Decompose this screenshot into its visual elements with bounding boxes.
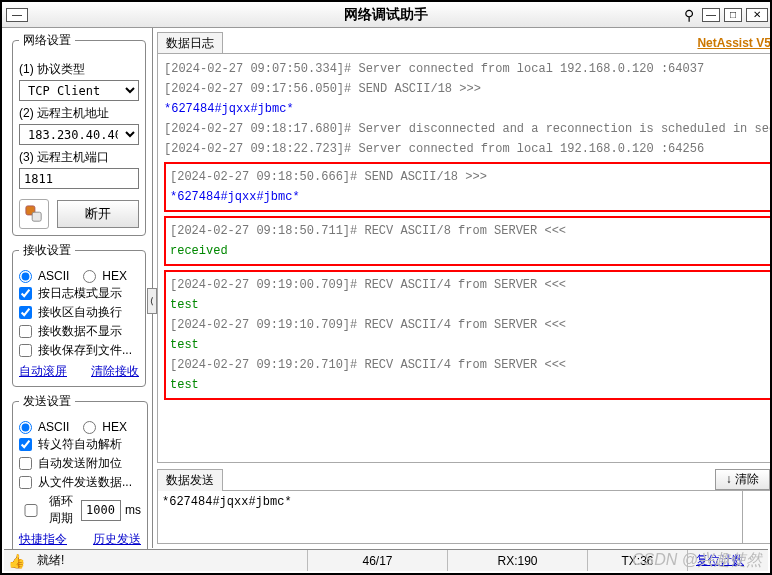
send-hex-radio[interactable] (83, 421, 96, 434)
reset-count-link[interactable]: 复位计数 (696, 552, 744, 569)
clear-recv-link[interactable]: 清除接收 (91, 363, 139, 380)
log-line: [2024-02-27 09:18:50.666]# SEND ASCII/18… (170, 168, 772, 186)
brand-link[interactable]: NetAssist V5.0.10 (697, 36, 772, 50)
recv-save-file-check[interactable] (19, 344, 32, 357)
load-clear-button[interactable]: ↓ 清除 (715, 469, 770, 490)
disconnect-button[interactable]: 断开 (57, 200, 139, 228)
escape-parse-check[interactable] (19, 438, 32, 451)
log-line: [2024-02-27 09:18:50.711]# RECV ASCII/8 … (170, 222, 772, 240)
close-button[interactable]: ✕ (746, 8, 768, 22)
send-button[interactable]: 发送 (743, 491, 772, 543)
log-line: received (170, 242, 772, 260)
network-settings-group: 网络设置 (1) 协议类型 TCP Client (2) 远程主机地址 183.… (12, 32, 146, 236)
send-settings-legend: 发送设置 (19, 393, 75, 410)
log-line: [2024-02-27 09:19:00.709]# RECV ASCII/4 … (170, 276, 772, 294)
loop-period-input[interactable] (81, 500, 121, 521)
minimize-button[interactable]: — (702, 8, 720, 22)
log-line: test (170, 376, 772, 394)
history-send-link[interactable]: 历史发送 (93, 531, 141, 548)
auto-append-check[interactable] (19, 457, 32, 470)
recv-ascii-radio[interactable] (19, 270, 32, 283)
status-counts: 46/17 (362, 554, 392, 568)
log-line: test (170, 336, 772, 354)
title-bar: — 网络调试助手 ⚲ — □ ✕ (2, 2, 770, 28)
ready-icon: 👍 (8, 553, 25, 569)
recv-hex-radio[interactable] (83, 270, 96, 283)
status-ready: 就绪! (37, 552, 64, 569)
status-tx: TX:36 (621, 554, 653, 568)
window-title: 网络调试助手 (344, 6, 428, 24)
collapse-sidebar-button[interactable]: ⟨ (147, 288, 157, 314)
remote-host-label: (2) 远程主机地址 (19, 105, 139, 122)
log-line: test (170, 296, 772, 314)
highlight-box-3: [2024-02-27 09:19:00.709]# RECV ASCII/4 … (164, 270, 772, 400)
highlight-box-2: [2024-02-27 09:18:50.711]# RECV ASCII/8 … (164, 216, 772, 266)
log-line: *627484#jqxx#jbmc* (170, 188, 772, 206)
log-line: [2024-02-27 09:18:22.723]# Server connec… (164, 140, 772, 158)
system-menu-icon[interactable]: — (6, 8, 28, 22)
send-settings-group: 发送设置 ASCII HEX 转义符自动解析 自动发送附加位 从文件发送数据..… (12, 393, 148, 555)
remote-host-select[interactable]: 183.230.40.40 (19, 124, 139, 145)
loop-period-check[interactable] (19, 504, 43, 517)
recv-hide-check[interactable] (19, 325, 32, 338)
log-line: [2024-02-27 09:17:56.050]# SEND ASCII/18… (164, 80, 772, 98)
recv-auto-wrap-check[interactable] (19, 306, 32, 319)
protocol-select[interactable]: TCP Client (19, 80, 139, 101)
log-line: [2024-02-27 09:19:10.709]# RECV ASCII/4 … (170, 316, 772, 334)
remote-port-input[interactable] (19, 168, 139, 189)
pin-icon[interactable]: ⚲ (684, 7, 694, 23)
auto-scroll-link[interactable]: 自动滚屏 (19, 363, 67, 380)
send-ascii-radio[interactable] (19, 421, 32, 434)
recv-log-mode-check[interactable] (19, 287, 32, 300)
log-line: [2024-02-27 09:07:50.334]# Server connec… (164, 60, 772, 78)
connection-icon (19, 199, 49, 229)
maximize-button[interactable]: □ (724, 8, 742, 22)
log-line: *627484#jqxx#jbmc* (164, 100, 772, 118)
send-panel-label: 数据发送 (157, 469, 223, 491)
log-panel-label: 数据日志 (157, 32, 223, 54)
remote-port-label: (3) 远程主机端口 (19, 149, 139, 166)
svg-rect-1 (32, 212, 41, 221)
send-from-file-check[interactable] (19, 476, 32, 489)
send-input[interactable] (158, 491, 743, 543)
status-bar: 👍 就绪! 46/17 RX:190 TX:36 复位计数 (4, 549, 768, 571)
recv-settings-legend: 接收设置 (19, 242, 75, 259)
log-line: [2024-02-27 09:18:17.680]# Server discon… (164, 120, 772, 138)
log-line: [2024-02-27 09:19:20.710]# RECV ASCII/4 … (170, 356, 772, 374)
protocol-label: (1) 协议类型 (19, 61, 139, 78)
network-settings-legend: 网络设置 (19, 32, 75, 49)
recv-settings-group: 接收设置 ASCII HEX 按日志模式显示 接收区自动换行 接收数据不显示 接… (12, 242, 146, 387)
highlight-box-1: [2024-02-27 09:18:50.666]# SEND ASCII/18… (164, 162, 772, 212)
log-area: [2024-02-27 09:07:50.334]# Server connec… (157, 53, 772, 463)
status-rx: RX:190 (497, 554, 537, 568)
quick-cmd-link[interactable]: 快捷指令 (19, 531, 67, 548)
